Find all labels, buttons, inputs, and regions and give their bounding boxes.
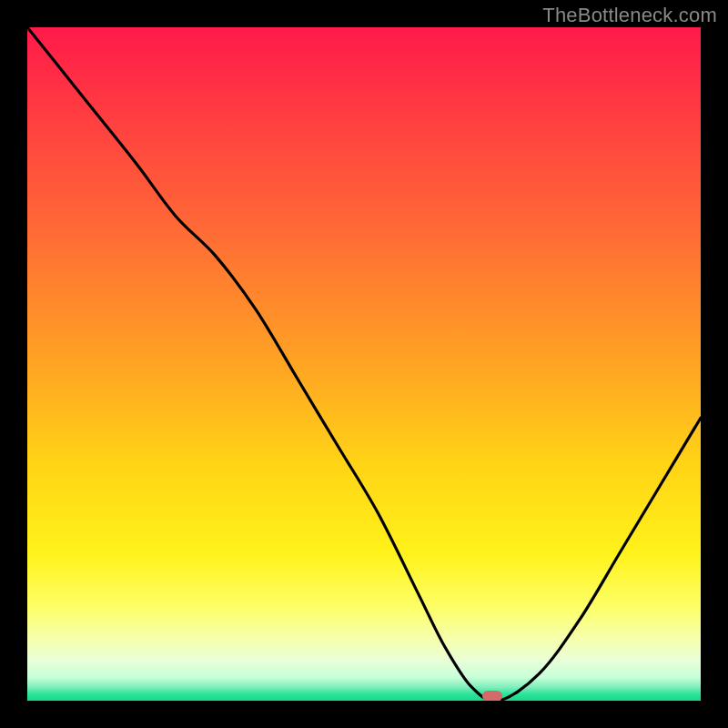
bottleneck-curve [27,27,701,701]
curve-path [27,27,701,701]
minimum-marker [482,691,502,701]
chart-frame: TheBottleneck.com [0,0,728,728]
attribution-label: TheBottleneck.com [542,4,717,27]
plot-area [27,27,701,701]
